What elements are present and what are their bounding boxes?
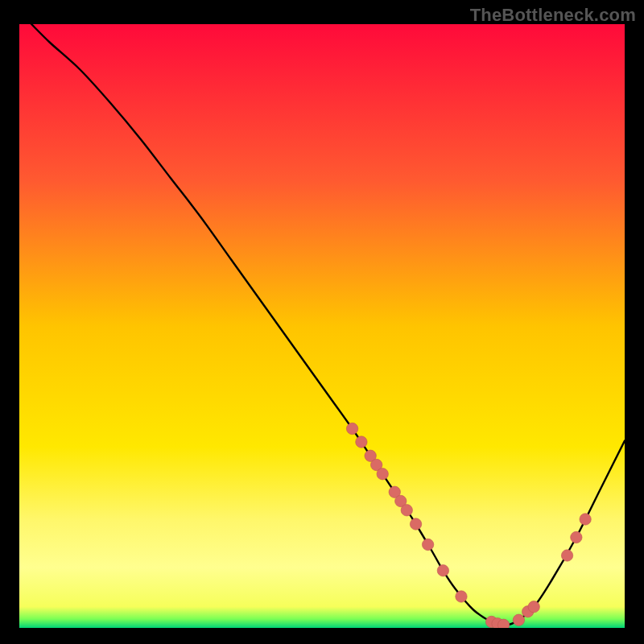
data-marker xyxy=(528,601,539,613)
data-marker xyxy=(580,514,591,525)
chart-frame: TheBottleneck.com xyxy=(0,0,644,644)
watermark-text: TheBottleneck.com xyxy=(470,5,636,26)
chart-svg xyxy=(19,24,625,628)
data-marker xyxy=(401,505,412,516)
data-marker xyxy=(356,436,367,448)
data-marker xyxy=(571,531,582,543)
data-marker xyxy=(346,423,357,434)
data-marker xyxy=(377,469,388,480)
data-marker xyxy=(437,565,448,576)
data-marker xyxy=(513,614,524,625)
plot-area xyxy=(19,24,625,628)
data-marker xyxy=(422,539,433,550)
data-marker xyxy=(410,518,421,530)
data-marker xyxy=(456,591,467,602)
gradient-background xyxy=(19,24,625,628)
data-marker xyxy=(561,550,572,561)
